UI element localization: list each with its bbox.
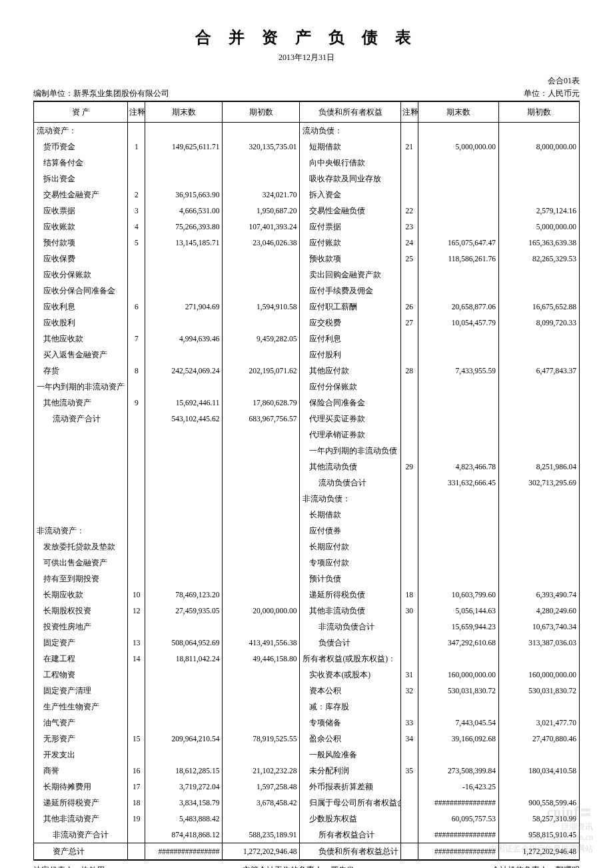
cell: 其他流动负债 — [300, 459, 400, 475]
cell: 14 — [128, 651, 145, 667]
cell — [223, 459, 300, 475]
table-row: 存货8242,524,069.24202,195,071.62其他应付款287,… — [34, 363, 580, 379]
cell: 27,459,935.05 — [145, 603, 223, 619]
cell — [128, 539, 145, 555]
cell — [128, 155, 145, 171]
cell: 107,401,393.24 — [223, 219, 300, 235]
cell: 减：库存股 — [300, 699, 400, 715]
cell: 21 — [400, 139, 418, 155]
cell — [418, 155, 498, 171]
col-note-left: 注释 — [128, 101, 145, 123]
cell: 保险合同准备金 — [300, 395, 400, 411]
cell: 资产总计 — [34, 843, 128, 861]
cell: 应付债券 — [300, 523, 400, 539]
cell — [223, 539, 300, 555]
cell: 8,251,986.04 — [498, 459, 579, 475]
cell — [400, 651, 418, 667]
cell — [128, 619, 145, 635]
cell: 其他非流动负债 — [300, 603, 400, 619]
cell: 资本公积 — [300, 683, 400, 699]
table-row: 投资性房地产非流动负债合计15,659,944.2310,673,740.34 — [34, 619, 580, 635]
cell: 12 — [128, 603, 145, 619]
cell: 160,000,000.00 — [498, 667, 579, 683]
col-begin-left: 期初数 — [223, 101, 300, 123]
cell — [400, 779, 418, 795]
cell: 应交税费 — [300, 315, 400, 331]
cell: 在建工程 — [34, 651, 128, 667]
cell: 固定资产 — [34, 635, 128, 651]
cell — [128, 699, 145, 715]
cell — [418, 539, 498, 555]
cell: 卖出回购金融资产款 — [300, 267, 400, 283]
cell: 324,021.70 — [223, 187, 300, 203]
cell — [145, 379, 223, 395]
cell — [498, 491, 579, 507]
cell: ################ — [418, 795, 498, 811]
table-row: 非流动资产：应付债券 — [34, 523, 580, 539]
cell: 8,000,000.00 — [498, 139, 579, 155]
table-row: 应收利息6271,904.691,594,910.58应付职工薪酬2620,65… — [34, 299, 580, 315]
cell: 非流动资产： — [34, 523, 128, 539]
cell — [128, 315, 145, 331]
cell — [400, 843, 418, 861]
cell: 273,508,399.84 — [418, 763, 498, 779]
cell: 23 — [400, 219, 418, 235]
cell: 7 — [128, 331, 145, 347]
cell: 应付票据 — [300, 219, 400, 235]
cell — [223, 715, 300, 731]
cell — [223, 283, 300, 299]
cell: 其他应付款 — [300, 363, 400, 379]
cell: 13,145,185.71 — [145, 235, 223, 251]
cell — [418, 747, 498, 763]
cell — [128, 283, 145, 299]
cell — [400, 347, 418, 363]
cell — [34, 443, 128, 459]
cell — [498, 187, 579, 203]
cell: -16,423.25 — [418, 779, 498, 795]
cell: 代理买卖证券款 — [300, 411, 400, 427]
cell: 拆出资金 — [34, 171, 128, 187]
cell: 长期应付款 — [300, 539, 400, 555]
cell: 代理承销证券款 — [300, 427, 400, 443]
cell — [223, 475, 300, 491]
report-date: 2013年12月31日 — [33, 52, 580, 63]
cell — [400, 411, 418, 427]
table-row: 其他流动负债294,823,466.788,251,986.04 — [34, 459, 580, 475]
cell — [223, 587, 300, 603]
table-row: 持有至到期投资预计负债 — [34, 571, 580, 587]
cell: 2,579,124.16 — [498, 203, 579, 219]
cell: 313,387,036.03 — [498, 635, 579, 651]
cell: 82,265,329.53 — [498, 251, 579, 267]
cell — [498, 523, 579, 539]
cell — [128, 715, 145, 731]
cell — [128, 251, 145, 267]
cell: 1,597,258.48 — [223, 779, 300, 795]
cell: 31 — [400, 667, 418, 683]
cell: 负债合计 — [300, 635, 400, 651]
cell: 13 — [128, 635, 145, 651]
cell — [145, 283, 223, 299]
cell: 应收股利 — [34, 315, 128, 331]
cell — [498, 651, 579, 667]
cell — [145, 171, 223, 187]
cell: 应收票据 — [34, 203, 128, 219]
cell: 9 — [128, 395, 145, 411]
cell: 预收款项 — [300, 251, 400, 267]
cell — [128, 443, 145, 459]
cell — [145, 123, 223, 139]
cell: 20,658,877.06 — [418, 299, 498, 315]
cell: 专项储备 — [300, 715, 400, 731]
cell: 209,964,210.54 — [145, 731, 223, 747]
cell — [498, 155, 579, 171]
cell — [128, 523, 145, 539]
table-row: 固定资产清理资本公积32530,031,830.72530,031,830.72 — [34, 683, 580, 699]
table-row: 资产总计################1,272,202,946.48负债和所… — [34, 843, 580, 861]
cell — [223, 315, 300, 331]
cell — [498, 171, 579, 187]
cell: 4,994,639.46 — [145, 331, 223, 347]
cell: 165,363,639.38 — [498, 235, 579, 251]
cell — [223, 427, 300, 443]
cell — [145, 667, 223, 683]
cell — [145, 571, 223, 587]
cell: 530,031,830.72 — [418, 683, 498, 699]
